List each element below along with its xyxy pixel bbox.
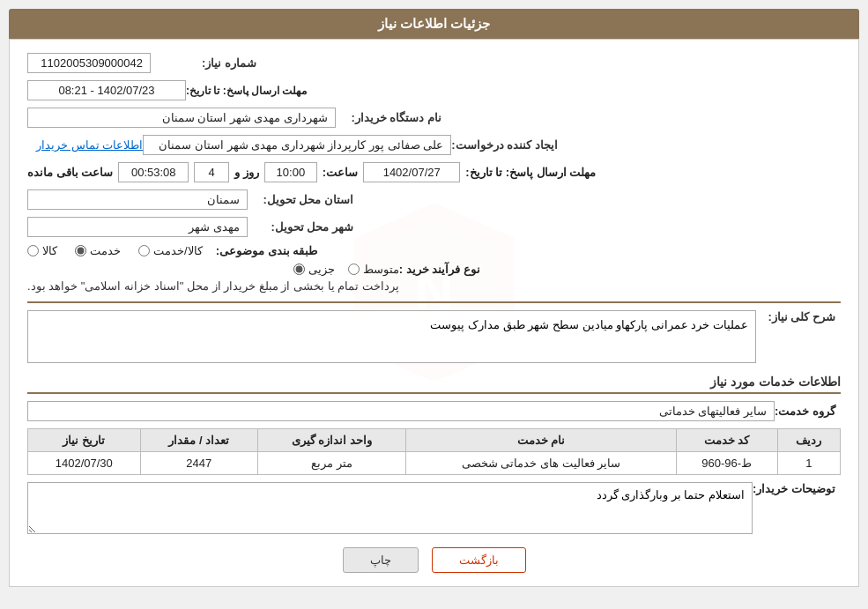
city-row: شهر محل تحویل: مهدی شهر: [27, 217, 841, 237]
col-index: ردیف: [777, 429, 840, 452]
back-button[interactable]: بازگشت: [432, 547, 526, 573]
deadline-date: 1402/07/27: [363, 162, 460, 182]
btn-row: بازگشت چاپ: [27, 547, 841, 573]
buyer-org-label: نام دستگاه خریدار:: [336, 111, 441, 124]
category-label: طبقه بندی موضوعی:: [216, 244, 318, 257]
process-content: متوسط جزیی پرداخت تمام یا بخشی از مبلغ خ…: [27, 263, 399, 293]
print-button[interactable]: چاپ: [343, 547, 419, 573]
process-motaset[interactable]: متوسط: [348, 263, 399, 276]
category-khedmat-radio[interactable]: [75, 245, 86, 256]
services-title: اطلاعات خدمات مورد نیاز: [27, 375, 841, 394]
deadline-time: 10:00: [264, 162, 317, 182]
table-cell-code: ط-96-960: [676, 452, 777, 475]
deadline-row: مهلت ارسال پاسخ: تا تاریخ: 1402/07/27 سا…: [27, 162, 841, 182]
creator-row: ایجاد کننده درخواست: علی صفائی پور کارپر…: [27, 135, 841, 155]
table-row: 1ط-96-960سایر فعالیت های خدماتی شخصیمتر …: [28, 452, 841, 475]
process-motaset-radio[interactable]: [348, 264, 360, 275]
process-text: پرداخت تمام یا بخشی از مبلغ خریدار از مح…: [27, 279, 399, 293]
process-jozi-label: جزیی: [308, 263, 335, 276]
page-header: جزئیات اطلاعات نیاز: [9, 9, 859, 39]
table-cell-quantity: 2447: [140, 452, 257, 475]
page-wrapper: جزئیات اطلاعات نیاز N ana der شماره نیاز…: [0, 0, 868, 609]
process-label: نوع فرآیند خرید :: [399, 263, 480, 276]
general-desc-textarea[interactable]: [27, 310, 756, 363]
table-cell-index: 1: [777, 452, 840, 475]
table-cell-date: 1402/07/30: [28, 452, 141, 475]
deadline-label: مهلت ارسال پاسخ: تا تاریخ:: [465, 166, 596, 179]
general-desc-row: شرح کلی نیاز:: [27, 310, 841, 366]
general-desc-label: شرح کلی نیاز:: [756, 310, 835, 323]
category-kala[interactable]: کالا: [27, 244, 57, 257]
category-kala-label: کالا: [42, 244, 57, 257]
process-jozi[interactable]: جزیی: [293, 263, 335, 276]
category-options: کالا/خدمت خدمت کالا: [27, 244, 203, 257]
buyer-org-value: شهرداری مهدی شهر استان سمنان: [27, 108, 336, 128]
time-label: ساعت:: [323, 166, 358, 179]
province-value: سمنان: [27, 189, 248, 210]
process-jozi-radio[interactable]: [293, 264, 305, 275]
category-kala-khedmat-label: کالا/خدمت: [153, 244, 203, 257]
need-number-row: شماره نیاز: 1102005309000042: [27, 53, 841, 73]
table-cell-name: سایر فعالیت های خدماتی شخصی: [406, 452, 677, 475]
category-khedmat-label: خدمت: [90, 244, 121, 257]
process-row: نوع فرآیند خرید : متوسط جزیی پرداخت تمام…: [27, 263, 841, 293]
creator-label: ایجاد کننده درخواست:: [451, 138, 558, 152]
need-number-label: شماره نیاز:: [151, 56, 256, 70]
need-number-value: 1102005309000042: [27, 53, 151, 73]
buyer-desc-label: توضیحات خریدار:: [753, 482, 835, 495]
services-section: اطلاعات خدمات مورد نیاز گروه خدمت: سایر …: [27, 375, 841, 475]
col-code: کد خدمت: [676, 429, 777, 452]
group-value: سایر فعالیتهای خدماتی: [27, 401, 775, 421]
datetime-label: مهلت ارسال پاسخ: تا تاریخ:: [186, 85, 307, 97]
city-value: مهدی شهر: [27, 217, 248, 237]
content: شماره نیاز: 1102005309000042 مهلت ارسال …: [27, 53, 841, 573]
deadline-days: 4: [194, 162, 229, 182]
countdown-value: 00:53:08: [118, 162, 189, 182]
category-kala-radio[interactable]: [27, 245, 39, 256]
days-label: روز و: [234, 166, 259, 179]
category-kala-khedmat-radio[interactable]: [138, 245, 150, 256]
col-date: تاریخ نیاز: [28, 429, 141, 452]
general-desc-container: [27, 310, 756, 366]
process-radio-group: متوسط جزیی: [27, 263, 399, 276]
group-label: گروه خدمت:: [775, 405, 835, 418]
page-title: جزئیات اطلاعات نیاز: [378, 16, 490, 31]
buyer-org-row: نام دستگاه خریدار: شهرداری مهدی شهر استا…: [27, 108, 841, 128]
section-divider-1: [27, 301, 841, 303]
contact-link[interactable]: اطلاعات تماس خریدار: [36, 138, 143, 152]
category-kala-khedmat[interactable]: کالا/خدمت: [138, 244, 203, 257]
province-label: استان محل تحویل:: [248, 193, 353, 206]
col-name: نام خدمت: [406, 429, 677, 452]
creator-value: علی صفائی پور کارپرداز شهرداری مهدی شهر …: [143, 135, 451, 155]
table-cell-unit: متر مربع: [257, 452, 405, 475]
buyer-desc-textarea[interactable]: [27, 482, 753, 534]
group-row: گروه خدمت: سایر فعالیتهای خدماتی: [27, 401, 841, 421]
col-quantity: تعداد / مقدار: [140, 429, 257, 452]
process-motaset-label: متوسط: [363, 263, 399, 276]
province-row: استان محل تحویل: سمنان: [27, 189, 841, 210]
datetime-value: 1402/07/23 - 08:21: [27, 80, 186, 100]
category-khedmat[interactable]: خدمت: [75, 244, 121, 257]
category-row: طبقه بندی موضوعی: کالا/خدمت خدمت کالا: [27, 244, 841, 257]
services-table: ردیف کد خدمت نام خدمت واحد اندازه گیری ت…: [27, 428, 841, 475]
city-label: شهر محل تحویل:: [248, 220, 353, 234]
buyer-desc-row: توضیحات خریدار:: [27, 482, 841, 534]
main-card: N ana der شماره نیاز: 1102005309000042 م…: [9, 39, 859, 587]
datetime-row: مهلت ارسال پاسخ: تا تاریخ: 1402/07/23 - …: [27, 80, 841, 100]
col-unit: واحد اندازه گیری: [257, 429, 405, 452]
countdown-label: ساعت باقی مانده: [27, 166, 113, 179]
